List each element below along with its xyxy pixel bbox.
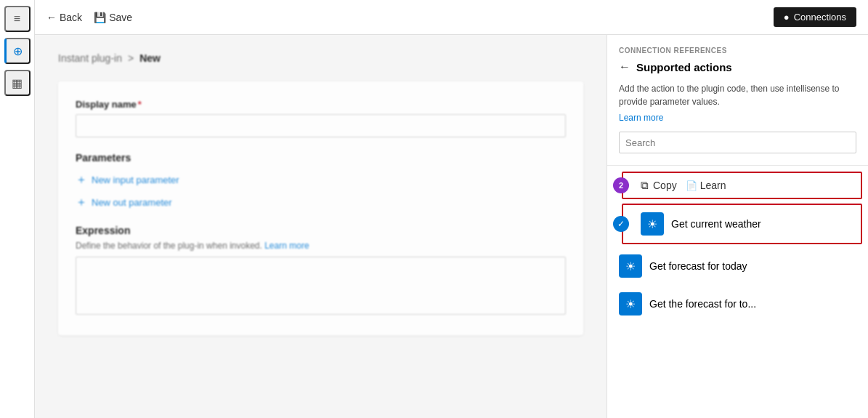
connections-dot-icon: ● — [784, 12, 790, 23]
plugin-icon: ⊕ — [13, 44, 23, 58]
action-search-input[interactable] — [619, 132, 856, 153]
copy-button[interactable]: ⧉ Copy — [641, 179, 677, 192]
action-row-get-forecast-today[interactable]: ☀ Get forecast for today — [607, 247, 868, 285]
expression-learn-link[interactable]: Learn more — [264, 241, 309, 251]
action-list: 2 ⧉ Copy 📄 Learn ✓ ☀ Get — [607, 166, 868, 418]
get-current-weather-icon-box: ☀ — [641, 212, 664, 236]
save-label: Save — [109, 12, 132, 23]
top-bar: ← Back 💾 Save ● Connections — [35, 0, 868, 35]
content-area: Instant plug-in > New Display name* Para… — [35, 35, 868, 418]
get-forecast-today-label: Get forecast for today — [649, 260, 747, 272]
hamburger-button[interactable]: ≡ — [4, 6, 31, 32]
hamburger-icon: ≡ — [14, 12, 20, 25]
expression-section: Expression Define the behavior of the pl… — [76, 225, 566, 318]
learn-action-button[interactable]: 📄 Learn — [686, 180, 726, 191]
new-input-param-button[interactable]: ＋ New input parameter — [76, 172, 566, 188]
selected-check-badge: ✓ — [613, 216, 629, 232]
get-forecast-today-icon-box: ☀ — [619, 254, 642, 278]
get-current-weather-label: Get current weather — [671, 218, 761, 230]
param2-label: New out parameter — [92, 197, 172, 208]
forecast-sun-icon-2: ☀ — [625, 297, 636, 311]
new-out-param-button[interactable]: ＋ New out parameter — [76, 195, 566, 210]
display-name-label: Display name* — [76, 99, 566, 110]
supported-actions-header: ← Supported actions — [619, 60, 856, 73]
copy-row: 2 ⧉ Copy 📄 Learn — [622, 172, 862, 199]
plus-icon-2: ＋ — [76, 195, 87, 210]
get-forecast-to-icon-box: ☀ — [619, 292, 642, 315]
right-panel-desc: Add the action to the plugin code, then … — [619, 82, 856, 108]
weather-sun-icon: ☀ — [647, 217, 657, 231]
breadcrumb-parent: Instant plug-in — [58, 52, 122, 64]
connection-references-label: CONNECTION REFERENCES — [619, 47, 856, 55]
param1-label: New input parameter — [92, 174, 179, 185]
learn-action-icon: 📄 — [686, 180, 697, 191]
expression-input[interactable] — [76, 257, 566, 315]
back-arrow-icon: ← — [46, 12, 57, 23]
expression-title: Expression — [76, 225, 566, 236]
action-row-get-current-weather[interactable]: ✓ ☀ Get current weather — [622, 204, 862, 244]
parameters-title: Parameters — [76, 152, 566, 164]
back-label: Back — [60, 12, 82, 23]
action-row-get-forecast-to[interactable]: ☀ Get the forecast for to... — [607, 285, 868, 323]
right-panel-header: CONNECTION REFERENCES ← Supported action… — [607, 35, 868, 166]
copy-label: Copy — [653, 180, 677, 191]
forecast-sun-icon-1: ☀ — [625, 260, 636, 273]
form-card: Display name* Parameters ＋ New input par… — [58, 81, 583, 335]
breadcrumb: Instant plug-in > New — [58, 52, 583, 64]
supported-actions-back-icon[interactable]: ← — [619, 60, 630, 73]
connections-button[interactable]: ● Connections — [774, 7, 856, 27]
right-learn-link[interactable]: Learn more — [619, 113, 856, 123]
sidebar: ≡ ⊕ ▦ — [0, 0, 35, 418]
copy-icon: ⧉ — [641, 179, 649, 192]
get-forecast-to-label: Get the forecast for to... — [649, 298, 756, 310]
save-button[interactable]: 💾 Save — [94, 12, 132, 23]
right-panel: CONNECTION REFERENCES ← Supported action… — [607, 35, 868, 418]
connections-label: Connections — [794, 12, 846, 23]
plus-icon-1: ＋ — [76, 172, 87, 188]
display-name-input[interactable] — [76, 114, 566, 137]
back-button[interactable]: ← Back — [46, 12, 82, 23]
top-bar-left: ← Back 💾 Save — [46, 12, 132, 23]
table-nav-button[interactable]: ▦ — [4, 70, 31, 96]
plugin-nav-button[interactable]: ⊕ — [4, 38, 31, 64]
supported-actions-title: Supported actions — [636, 61, 732, 73]
breadcrumb-current: New — [139, 52, 161, 64]
copy-badge: 2 — [613, 177, 629, 193]
table-icon: ▦ — [12, 76, 23, 90]
save-icon: 💾 — [94, 12, 106, 23]
form-panel: Instant plug-in > New Display name* Para… — [35, 35, 607, 418]
learn-action-label: Learn — [700, 180, 726, 191]
breadcrumb-separator: > — [128, 52, 134, 64]
main-container: ← Back 💾 Save ● Connections Instant plug… — [35, 0, 868, 418]
expression-desc: Define the behavior of the plug-in when … — [76, 241, 566, 251]
